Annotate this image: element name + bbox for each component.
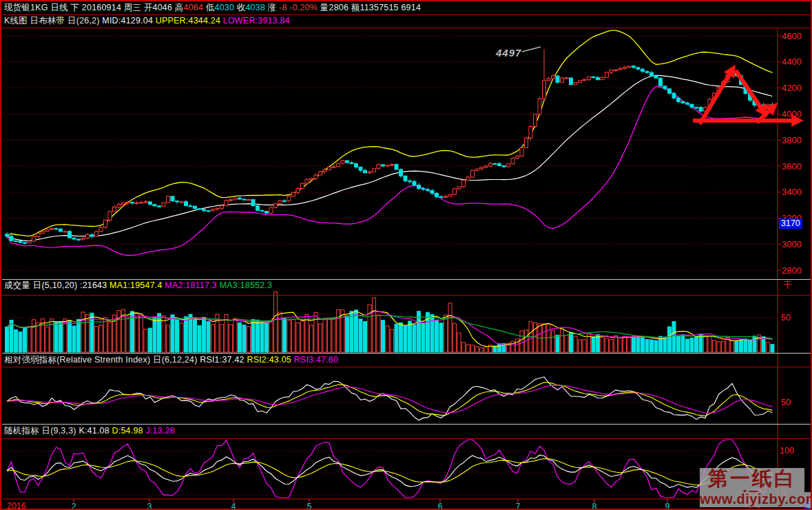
text-segment: RSI2:43.05 [247,355,293,365]
month-label[interactable]: 6 [438,502,443,510]
kline-panel-header[interactable]: K线图 日布林带 日(26,2) MID:4129.04 UPPER:4344.… [4,15,290,27]
volume-panel-header[interactable]: 成交量 日(5,10,20) :21643 MA1:19547.4 MA2:18… [4,280,272,292]
text-segment: MID:4129.04 [102,16,155,26]
price-axis-label: 4200 [782,83,802,93]
price-axis-label: 4400 [782,57,802,67]
text-segment: 量 [320,3,329,12]
text-segment: 随机指标 日(9,3,3) [4,426,79,436]
volume-tick-50: 50 [781,314,791,323]
price-axis-label: 3400 [782,187,802,197]
panel-divider [2,424,811,425]
text-segment: MA1:19547.4 [110,280,165,290]
text-segment: 4046 [153,3,175,12]
text-segment: MA3:18552.3 [220,280,273,290]
panel-divider [2,279,811,280]
kdj-panel-header[interactable]: 随机指标 日(9,3,3) K:41.08 D:54.98 J:13.28 [4,425,175,437]
price-axis-label: 3000 [782,239,802,249]
text-segment: 成交量 日(5,10,20) :21643 [4,280,110,290]
text-segment: MA2:18117.3 [165,280,219,290]
text-segment: 相对强弱指标(Relative Strenth Index) 日(6,12,24… [4,355,200,365]
price-axis-label: 2800 [782,265,802,276]
year-label: 2016 [7,502,26,510]
price-axis-label: 4600 [782,31,802,41]
rsi3-line [7,385,773,413]
quote-info-bar: 现货银1KG 日线 下 20160914 周三 开4046 高4064 低403… [4,2,421,14]
kdj-j-line [7,440,773,498]
price-axis-label: 4000 [782,109,802,119]
text-segment: 收 [237,3,246,12]
text-segment: 涨 [268,3,279,12]
watermark-website: www.diyizby.com [700,492,811,507]
trend-arrow [736,70,764,113]
divider [2,367,811,367]
text-segment: LOWER:3913.84 [223,16,290,26]
kdj-d-line [7,459,773,485]
month-label[interactable]: 7 [516,502,521,510]
rsi2-line [7,382,773,416]
month-label[interactable]: 5 [307,502,312,510]
text-segment: K线图 日布林带 日(26,2) [4,16,102,26]
text-segment: -8 -0.20% [279,3,320,12]
peak-pointer-line [522,47,541,52]
price-marker-tag: 3170 [779,218,802,229]
month-axis: 23456789 [72,499,670,510]
text-segment: D:54.98 [112,426,146,436]
kdj-k-line [7,455,773,487]
kdj-tick-100: 100 [780,447,794,456]
text-segment: 4064 [184,3,206,12]
watermark-logo: 第一纸白银 [700,468,804,492]
rsi-tick-50: 50 [781,398,791,407]
divider [2,28,811,28]
panel-divider [2,353,811,354]
text-segment: J:13.28 [145,426,174,436]
text-segment: RSI1:37.42 [200,355,247,365]
month-label[interactable]: 3 [147,502,152,510]
volume-unit-label: 千 [783,281,792,290]
text-segment: 额 [351,3,360,12]
divider [2,438,811,439]
text-segment: 高 [175,3,184,12]
trend-arrow [700,69,733,124]
text-segment: 现货银1KG [4,3,48,12]
divider [2,14,811,15]
text-segment: 低 [206,3,215,12]
month-label[interactable]: 4 [231,502,236,510]
month-label[interactable]: 8 [592,502,597,510]
text-segment: UPPER:4344.24 [156,16,223,26]
trading-app-window: 4600440042004000380036003400320030002800… [0,0,812,510]
text-segment: 开 [144,3,153,12]
divider [2,295,811,296]
month-label[interactable]: 2 [72,502,76,510]
candlesticks [6,49,775,244]
rsi-panel-header[interactable]: 相对强弱指标(Relative Strenth Index) 日(6,12,24… [4,354,338,366]
text-segment: 11357515 6914 [360,3,421,12]
bollinger-mid-line [7,75,773,241]
text-segment: K:41.08 [79,426,112,436]
bollinger-lower-line [7,86,773,255]
text-segment: 4038 [245,3,267,12]
bollinger-upper-line [7,30,773,236]
text-segment: 20160914 周三 [82,3,144,12]
text-segment: RSI3:47.60 [294,355,339,365]
month-label[interactable]: 9 [665,502,670,510]
peak-price-annotation: 4497 [496,47,521,59]
volume-bars [6,292,775,352]
text-segment: 2806 [329,3,351,12]
price-axis-label: 3800 [782,135,802,145]
price-axis-label: 3600 [782,161,802,172]
text-segment: 日线 下 [48,3,82,12]
text-segment: 4030 [214,3,236,12]
